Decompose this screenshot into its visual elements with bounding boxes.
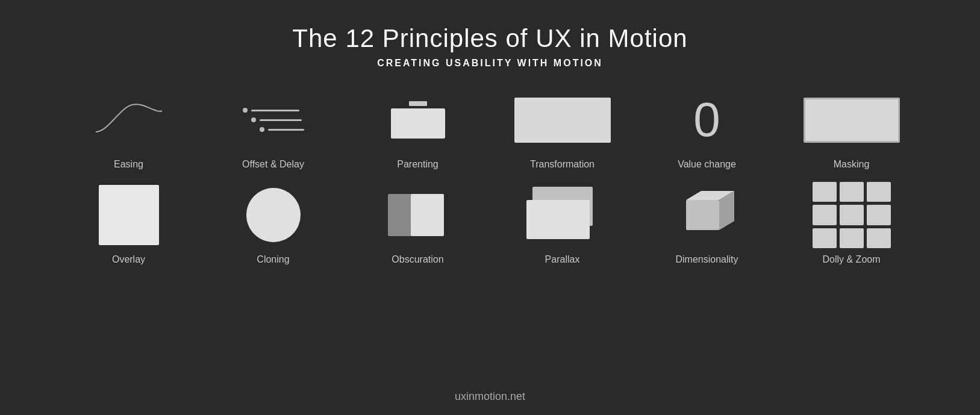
dolly-zoom-label: Dolly & Zoom bbox=[822, 254, 880, 265]
parenting-icon bbox=[391, 101, 445, 139]
obscuration-front-rect bbox=[411, 194, 444, 236]
dolly-cell-8 bbox=[840, 228, 864, 248]
svg-rect-0 bbox=[686, 200, 719, 230]
easing-icon bbox=[90, 99, 168, 141]
principle-transformation: Transformation bbox=[490, 87, 635, 170]
value-change-label: Value change bbox=[678, 159, 736, 170]
principles-grid: Easing bbox=[0, 87, 980, 271]
offset-dot-1 bbox=[243, 108, 248, 113]
dolly-cell-4 bbox=[813, 205, 837, 225]
page-subtitle: CREATING USABILITY WITH MOTION bbox=[292, 58, 687, 69]
dolly-cell-2 bbox=[840, 182, 864, 202]
principle-masking: Masking bbox=[779, 87, 924, 170]
principle-parenting: Parenting bbox=[346, 87, 490, 170]
page-header: The 12 Principles of UX in Motion CREATI… bbox=[292, 24, 687, 69]
offset-delay-label: Offset & Delay bbox=[242, 159, 304, 170]
transformation-label: Transformation bbox=[530, 159, 595, 170]
offset-delay-icon-area bbox=[201, 87, 346, 153]
offset-line-1 bbox=[243, 108, 304, 113]
cloning-label: Cloning bbox=[257, 254, 289, 265]
footer-url: uxinmotion.net bbox=[455, 390, 525, 402]
offset-bar-3 bbox=[268, 129, 304, 131]
obscuration-icon-area bbox=[346, 182, 490, 248]
cloning-icon bbox=[246, 188, 301, 242]
offset-dot-2 bbox=[251, 117, 256, 122]
obscuration-label: Obscuration bbox=[392, 254, 443, 265]
principle-cloning: Cloning bbox=[201, 182, 346, 265]
principle-parallax: Parallax bbox=[490, 182, 635, 265]
principle-obscuration: Obscuration bbox=[346, 182, 490, 265]
easing-label: Easing bbox=[114, 159, 143, 170]
row-1: Easing bbox=[36, 87, 944, 176]
masking-icon-area bbox=[779, 87, 924, 153]
masking-label: Masking bbox=[834, 159, 870, 170]
footer: uxinmotion.net bbox=[455, 390, 525, 415]
dolly-cell-7 bbox=[813, 228, 837, 248]
offset-dot-3 bbox=[260, 127, 264, 132]
principle-dimensionality: Dimensionality bbox=[635, 182, 779, 265]
dimensionality-icon-area bbox=[635, 182, 779, 248]
dimensionality-icon bbox=[677, 188, 737, 242]
principle-easing: Easing bbox=[57, 87, 201, 170]
page-title: The 12 Principles of UX in Motion bbox=[292, 24, 687, 53]
parenting-label: Parenting bbox=[397, 159, 439, 170]
row-2: Overlay Cloning Obscuration bbox=[36, 182, 944, 271]
parenting-small-rect bbox=[409, 101, 427, 106]
cloning-icon-area bbox=[201, 182, 346, 248]
principle-dolly-zoom: Dolly & Zoom bbox=[779, 182, 924, 265]
offset-delay-icon bbox=[243, 108, 304, 132]
easing-icon-area bbox=[57, 87, 201, 153]
overlay-label: Overlay bbox=[112, 254, 145, 265]
principle-offset-delay: Offset & Delay bbox=[201, 87, 346, 170]
offset-line-2 bbox=[251, 117, 304, 122]
transformation-icon bbox=[514, 98, 611, 143]
offset-line-3 bbox=[260, 127, 304, 132]
parallax-label: Parallax bbox=[545, 254, 580, 265]
dolly-zoom-icon bbox=[813, 182, 891, 248]
obscuration-icon bbox=[388, 188, 448, 242]
offset-bar-1 bbox=[251, 110, 299, 111]
parenting-icon-area bbox=[346, 87, 490, 153]
dolly-cell-1 bbox=[813, 182, 837, 202]
parenting-big-rect bbox=[391, 108, 445, 139]
dolly-zoom-icon-area bbox=[779, 182, 924, 248]
dolly-cell-9 bbox=[867, 228, 891, 248]
masking-icon bbox=[804, 98, 900, 143]
principle-overlay: Overlay bbox=[57, 182, 201, 265]
dolly-cell-6 bbox=[867, 205, 891, 225]
value-change-icon-area: 0 bbox=[635, 87, 779, 153]
value-change-icon: 0 bbox=[693, 96, 720, 144]
overlay-icon-area bbox=[57, 182, 201, 248]
dolly-cell-3 bbox=[867, 182, 891, 202]
dolly-cell-5 bbox=[840, 205, 864, 225]
dimensionality-label: Dimensionality bbox=[675, 254, 738, 265]
parallax-front-rect bbox=[526, 200, 590, 239]
offset-bar-2 bbox=[260, 119, 302, 121]
transformation-icon-area bbox=[490, 87, 635, 153]
parallax-icon-area bbox=[490, 182, 635, 248]
overlay-icon bbox=[99, 185, 159, 245]
parallax-icon bbox=[526, 187, 599, 244]
principle-value-change: 0 Value change bbox=[635, 87, 779, 170]
